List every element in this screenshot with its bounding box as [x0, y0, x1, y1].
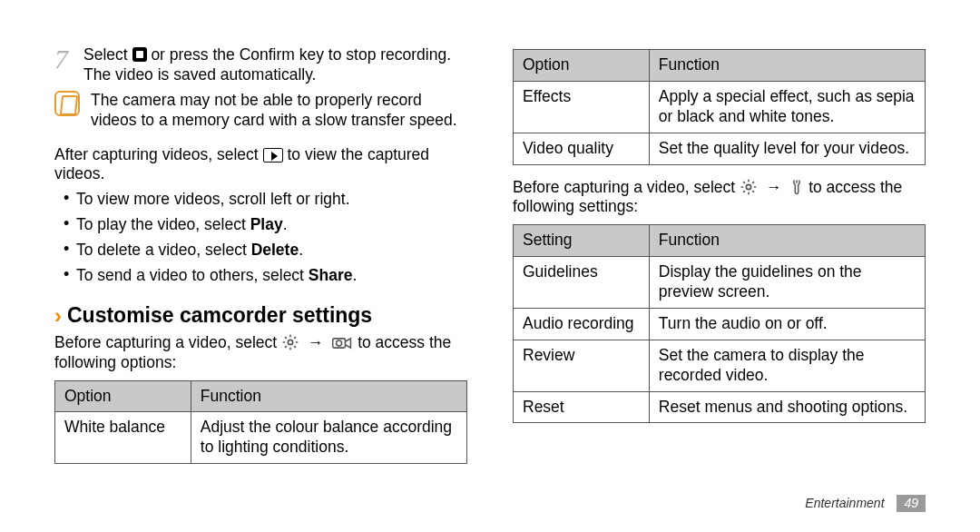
cell-function: Apply a special effect, such as sepia or…	[649, 81, 925, 133]
arrow-icon: →	[304, 333, 328, 351]
options-lead: Before capturing a video, select → to ac…	[54, 333, 467, 373]
right-column: Option Function Effects Apply a special …	[513, 45, 926, 477]
cell-setting: Review	[514, 340, 650, 391]
step-text-2: The video is saved automatically.	[83, 65, 316, 84]
th-function: Function	[649, 225, 925, 257]
cell-option: Video quality	[514, 133, 650, 164]
chevron-icon: ›	[54, 302, 62, 330]
stop-record-icon	[132, 47, 147, 62]
step-text-b: or press the Confirm key to stop recordi…	[151, 45, 451, 64]
section-title-text: Customise camcorder settings	[67, 302, 372, 329]
step-text-a: Select	[83, 45, 132, 64]
cell-setting: Audio recording	[514, 308, 650, 340]
options-lead-a: Before capturing a video, select	[54, 333, 281, 351]
cell-option: Effects	[514, 81, 650, 133]
list-item: To view more videos, scroll left or righ…	[64, 190, 467, 210]
th-option: Option	[514, 50, 650, 82]
camera-icon	[331, 335, 353, 351]
table-row: Guidelines Display the guidelines on the…	[514, 257, 926, 309]
table-row: Review Set the camera to display the rec…	[514, 340, 926, 391]
bullet-text: To delete a video, select	[76, 241, 251, 259]
period: .	[283, 215, 288, 233]
svg-point-3	[746, 184, 750, 189]
video-actions-list: To view more videos, scroll left or righ…	[54, 190, 467, 286]
step-7: 7 Select or press the Confirm key to sto…	[54, 45, 467, 85]
table-row: Effects Apply a special effect, such as …	[514, 81, 926, 133]
svg-point-2	[337, 340, 342, 346]
th-function: Function	[191, 380, 466, 412]
gear-icon	[740, 178, 758, 196]
table-row: Video quality Set the quality level for …	[514, 133, 926, 164]
table-row: White balance Adjust the colour balance …	[55, 412, 467, 464]
cell-function: Set the quality level for your videos.	[649, 133, 925, 164]
note-icon	[54, 91, 80, 116]
step-number: 7	[54, 45, 83, 85]
after-capture-text: After capturing videos, select to view t…	[54, 145, 467, 185]
section-heading: › Customise camcorder settings	[54, 302, 467, 330]
footer-section: Entertainment	[805, 496, 884, 510]
note: The camera may not be able to properly r…	[54, 91, 467, 131]
bullet-bold: Share	[309, 266, 353, 284]
bullet-text: To view more videos, scroll left or righ…	[76, 190, 350, 208]
th-setting: Setting	[514, 225, 650, 257]
cell-function: Turn the audio on or off.	[649, 308, 925, 340]
wrench-icon	[789, 178, 804, 196]
list-item: To play the video, select Play.	[64, 215, 467, 235]
options-table-left: Option Function White balance Adjust the…	[54, 380, 467, 465]
settings-lead: Before capturing a video, select → to ac…	[513, 178, 926, 218]
settings-table: Setting Function Guidelines Display the …	[513, 224, 926, 423]
page-number: 49	[897, 495, 926, 513]
th-option: Option	[55, 380, 191, 412]
table-row: Reset Reset menus and shooting options.	[514, 391, 926, 423]
cell-option: White balance	[55, 412, 191, 464]
play-thumbnail-icon	[263, 148, 283, 163]
table-row: Audio recording Turn the audio on or off…	[514, 308, 926, 340]
cell-function: Adjust the colour balance according to l…	[191, 412, 466, 464]
bullet-bold: Play	[250, 215, 283, 233]
th-function: Function	[649, 50, 925, 82]
svg-point-0	[288, 340, 292, 344]
bullet-text: To play the video, select	[76, 215, 250, 233]
list-item: To delete a video, select Delete.	[64, 241, 467, 261]
step-body: Select or press the Confirm key to stop …	[83, 45, 467, 85]
gear-icon	[281, 333, 299, 351]
bullet-text: To send a video to others, select	[76, 266, 309, 284]
cell-setting: Guidelines	[514, 257, 650, 309]
options-table-right: Option Function Effects Apply a special …	[513, 49, 926, 165]
settings-lead-a: Before capturing a video, select	[513, 178, 740, 196]
arrow-icon: →	[762, 178, 786, 196]
cell-setting: Reset	[514, 391, 650, 423]
cell-function: Display the guidelines on the preview sc…	[649, 257, 925, 309]
bullet-bold: Delete	[251, 241, 299, 259]
list-item: To send a video to others, select Share.	[64, 266, 467, 286]
after-capture-a: After capturing videos, select	[54, 145, 263, 163]
cell-function: Reset menus and shooting options.	[649, 391, 925, 423]
page-footer: Entertainment 49	[805, 495, 926, 513]
note-text: The camera may not be able to properly r…	[91, 91, 467, 131]
period: .	[352, 266, 357, 284]
period: .	[299, 241, 303, 259]
left-column: 7 Select or press the Confirm key to sto…	[54, 45, 467, 477]
cell-function: Set the camera to display the recorded v…	[649, 340, 925, 391]
